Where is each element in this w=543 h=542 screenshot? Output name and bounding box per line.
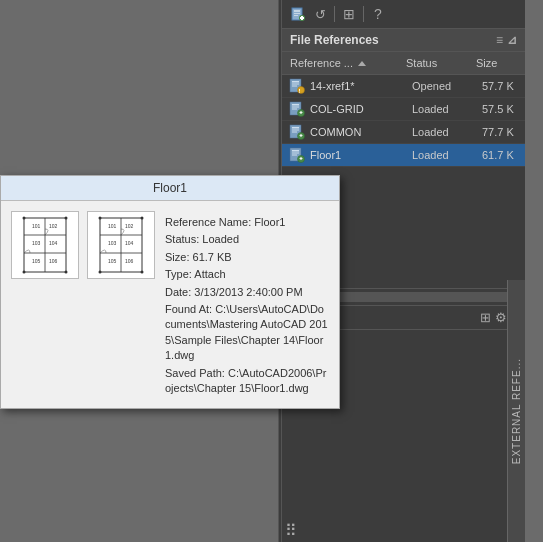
settings-icon[interactable]: ⚙ (495, 310, 507, 325)
svg-rect-19 (301, 111, 302, 114)
preview-thumb-2: 101 102 103 104 105 106 (87, 211, 155, 279)
tooltip-body: 101 102 103 104 105 106 (1, 201, 339, 408)
svg-text:104: 104 (125, 240, 134, 246)
info-type: Type: Attach (165, 267, 329, 282)
file-size-floor1: 61.7 K (482, 149, 525, 161)
detail-view-icon: ⊞ (343, 6, 355, 22)
svg-rect-10 (292, 86, 297, 87)
info-date: Date: 3/13/2013 2:40:00 PM (165, 285, 329, 300)
ext-ref-label: EXTERNAL REFE... (511, 358, 522, 464)
list-icon[interactable]: ≡ (496, 33, 503, 47)
tooltip-info: Reference Name: Floor1 Status: Loaded Si… (165, 211, 329, 398)
preview-thumb-1: 101 102 103 104 105 106 (11, 211, 79, 279)
svg-point-48 (65, 271, 68, 274)
svg-text:!: ! (299, 88, 301, 94)
svg-point-63 (141, 271, 144, 274)
info-reference-name: Reference Name: Floor1 (165, 215, 329, 230)
grab-handle[interactable]: ⠿ (285, 521, 297, 540)
svg-rect-33 (301, 157, 302, 160)
panel-title: File References (290, 33, 379, 47)
table-row[interactable]: COL-GRID Loaded 57.5 K (282, 98, 525, 121)
file-status-floor1: Loaded (412, 149, 482, 161)
svg-text:102: 102 (125, 223, 134, 229)
file-status-xref1: Opened (412, 80, 482, 92)
file-name-common: COMMON (310, 126, 412, 138)
tooltip-popup: Floor1 101 102 (0, 175, 340, 409)
col-status-header[interactable]: Status (402, 55, 472, 71)
table-column-headers: Reference ... Status Size (282, 52, 525, 75)
svg-rect-28 (292, 150, 299, 152)
svg-rect-14 (292, 104, 299, 106)
file-icon-colgrid (288, 100, 306, 118)
svg-rect-8 (292, 81, 299, 83)
info-found-at: Found At: C:\Users\AutoCAD\Documents\Mas… (165, 302, 329, 364)
table-row[interactable]: Floor1 Loaded 61.7 K (282, 144, 525, 167)
panel-header-icons: ≡ ⊿ (496, 33, 517, 47)
svg-rect-30 (292, 155, 297, 156)
file-name-colgrid: COL-GRID (310, 103, 412, 115)
ext-label-strip: EXTERNAL REFE... (507, 280, 525, 542)
svg-point-45 (23, 217, 26, 220)
file-status-common: Loaded (412, 126, 482, 138)
file-icon-floor1 (288, 146, 306, 164)
sort-icon[interactable]: ⊿ (507, 33, 517, 47)
file-name-xref1: 14-xref1* (310, 80, 412, 92)
svg-text:101: 101 (108, 223, 117, 229)
svg-rect-22 (292, 130, 299, 131)
file-size-colgrid: 57.5 K (482, 103, 525, 115)
panel-header: File References ≡ ⊿ (282, 29, 525, 52)
svg-text:105: 105 (108, 258, 117, 264)
col-size-header[interactable]: Size (472, 55, 525, 71)
svg-rect-21 (292, 127, 299, 129)
help-icon: ? (374, 6, 382, 22)
info-saved-path: Saved Path: C:\AutoCAD2006\Projects\Chap… (165, 366, 329, 397)
sep1 (334, 6, 335, 22)
info-size: Size: 61.7 KB (165, 250, 329, 265)
svg-point-47 (23, 271, 26, 274)
svg-rect-29 (292, 153, 299, 154)
attach-btn[interactable] (288, 4, 308, 24)
file-icon-common (288, 123, 306, 141)
svg-point-62 (99, 271, 102, 274)
svg-point-46 (65, 217, 68, 220)
details-icon[interactable]: ⊞ (480, 310, 491, 325)
refresh-btn[interactable]: ↺ (310, 4, 330, 24)
svg-rect-6 (300, 17, 304, 19)
svg-rect-15 (292, 107, 299, 108)
svg-text:104: 104 (49, 240, 58, 246)
svg-text:106: 106 (49, 258, 58, 264)
svg-text:103: 103 (108, 240, 117, 246)
sep2 (363, 6, 364, 22)
svg-text:106: 106 (125, 258, 134, 264)
tooltip-previews: 101 102 103 104 105 106 (11, 211, 155, 398)
sort-arrow-icon (358, 61, 366, 66)
svg-rect-1 (294, 10, 300, 12)
svg-text:103: 103 (32, 240, 41, 246)
col-reference-header[interactable]: Reference ... (282, 55, 402, 71)
file-status-colgrid: Loaded (412, 103, 482, 115)
svg-rect-9 (292, 84, 299, 85)
svg-text:102: 102 (49, 223, 58, 229)
file-size-common: 77.7 K (482, 126, 525, 138)
svg-text:105: 105 (32, 258, 41, 264)
svg-text:101: 101 (32, 223, 41, 229)
table-row[interactable]: COMMON Loaded 77.7 K (282, 121, 525, 144)
svg-rect-23 (292, 132, 297, 133)
refresh-icon: ↺ (315, 7, 326, 22)
svg-rect-16 (292, 109, 297, 110)
table-row[interactable]: ! 14-xref1* Opened 57.7 K (282, 75, 525, 98)
detail-view-btn[interactable]: ⊞ (339, 4, 359, 24)
file-icon-xref1: ! (288, 77, 306, 95)
info-status: Status: Loaded (165, 232, 329, 247)
help-btn[interactable]: ? (368, 4, 388, 24)
file-name-floor1: Floor1 (310, 149, 412, 161)
svg-point-61 (141, 217, 144, 220)
svg-rect-3 (294, 15, 298, 16)
tooltip-title: Floor1 (1, 176, 339, 201)
file-size-xref1: 57.7 K (482, 80, 525, 92)
panel-toolbar: ↺ ⊞ ? (282, 0, 525, 29)
svg-rect-2 (294, 13, 300, 14)
svg-rect-26 (301, 134, 302, 137)
svg-point-60 (99, 217, 102, 220)
